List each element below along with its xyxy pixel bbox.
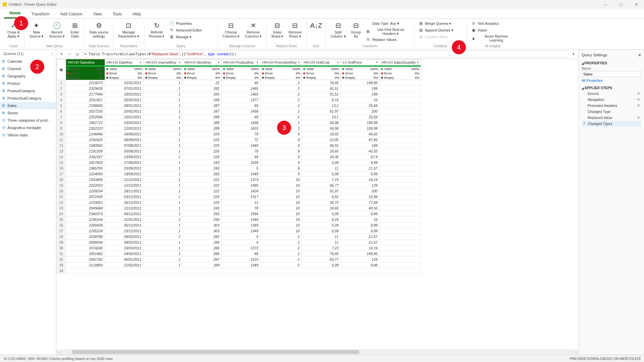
cell[interactable]: 12,99 [341,194,380,200]
column-header-promotionkey[interactable]: ABC123PromotionKey▼Valid100%Error0%Empty… [261,59,302,80]
cell[interactable]: 10 [261,223,302,228]
cell[interactable]: 76,45 [302,251,341,257]
cell[interactable]: 4 [222,240,261,245]
row-number[interactable]: 7 [57,114,66,120]
table-row[interactable]: 14234216713/09/2011122694934,3667,4 [57,154,421,160]
row-number[interactable]: 5 [57,103,66,109]
table-row[interactable]: 15202782017/09/20111243163495,099,99 [57,160,421,166]
tab-transform[interactable]: Transform [26,10,55,18]
cell[interactable]: 283 [183,92,222,97]
row-number[interactable]: 4 [57,97,66,103]
cell[interactable]: 20/02/2011 [105,109,144,114]
table-row[interactable]: 1211827315/01/201112246276,45149,95 [57,80,421,86]
ribbon-append-queries-[interactable]: ⊞Append Queries ▾ [417,27,464,34]
cell[interactable] [380,245,421,251]
applied-step-navigation[interactable]: Navigation⚙ [582,97,641,103]
column-dropdown-icon[interactable]: ▼ [217,61,220,64]
table-row[interactable]: 17222400019/09/20111250134995,099,99 [57,171,421,177]
cell[interactable]: 2224000 [66,171,105,177]
cell[interactable]: 286 [183,245,222,251]
applied-step-replaced-value[interactable]: Replaced Value⚙ [582,115,641,121]
cell[interactable]: 5,09 [302,228,341,234]
cell[interactable]: 225 [183,137,222,143]
cell[interactable]: 1933406 [66,177,105,183]
cell[interactable]: 9,99 [341,262,380,268]
cell[interactable]: 46 [222,251,261,257]
ribbon-refresh-preview-[interactable]: ↻RefreshPreview ▾ [147,20,166,44]
cell[interactable]: 1 [144,92,183,97]
query-item-stores[interactable]: Stores [0,109,56,117]
cell[interactable] [380,188,421,194]
row-number[interactable]: 33 [57,262,66,268]
cell[interactable]: 8,16 [302,217,341,223]
tab-tools[interactable]: Tools [107,10,127,18]
cell[interactable]: 08/09/2011 [105,137,144,143]
cell[interactable]: 1373 [222,245,261,251]
cell[interactable]: 91,97 [302,109,341,114]
cell[interactable]: 250 [183,217,222,223]
table-row[interactable]: 10214644624/09/2011122479918,6540,55 [57,131,421,137]
cell[interactable]: 94 [222,154,261,160]
close-settings-button[interactable]: ✕ [638,53,641,58]
query-item-three-categories-of-products-ar-[interactable]: Three categories of products ar... [0,117,56,124]
cell[interactable]: 17/09/2011 [105,160,144,166]
cell[interactable] [380,126,421,131]
row-number[interactable]: 30 [57,245,66,251]
cell[interactable]: 10 [261,217,302,223]
cell[interactable]: 109,99 [341,126,380,131]
row-number[interactable]: 22 [57,200,66,205]
row-number[interactable]: 21 [57,194,66,200]
cell[interactable]: 67,4 [341,154,380,160]
cell[interactable]: 91,51 [302,92,341,97]
cell[interactable]: 1 [144,80,183,86]
ribbon-choose-columns-[interactable]: ⊟ChooseColumns ▾ [220,20,241,44]
row-number[interactable]: 19 [57,183,66,188]
row-number[interactable]: 3 [57,92,66,97]
applied-step-changed-type1[interactable]: Changed Type1 [582,121,641,127]
cell[interactable] [380,228,421,234]
cell[interactable] [380,171,421,177]
row-number[interactable]: 6 [57,109,66,114]
cell[interactable]: 46 [222,80,261,86]
cell[interactable]: 25,69 [341,103,380,109]
ribbon-properties[interactable]: 📄Properties [168,20,215,27]
cell[interactable]: 11 [302,234,341,240]
cell[interactable]: 225 [183,194,222,200]
cell[interactable]: 289 [183,126,222,131]
cell[interactable]: 2 [261,114,302,120]
cell[interactable]: 225 [183,143,222,148]
cell[interactable]: 226 [183,200,222,205]
cell[interactable]: 1349 [222,262,261,268]
cell[interactable]: 47,95 [341,137,380,143]
properties-section-label[interactable]: PROPERTIES [582,59,641,66]
cell[interactable] [380,80,421,86]
cell[interactable]: 200 [341,188,380,194]
cell[interactable]: 21,57 [341,166,380,171]
column-header-storekey[interactable]: ABC123StoreKey▼Valid100%Error0%Empty0% [183,59,222,80]
cell[interactable] [380,143,421,148]
cell[interactable]: 18,65 [302,148,341,154]
cell[interactable]: 40,55 [341,131,380,137]
cell[interactable] [380,183,421,188]
cell[interactable]: 2 [261,80,302,86]
table-row[interactable]: 2232943507/01/201112821465291,51199 [57,86,421,92]
cell[interactable]: 10 [261,188,302,194]
table-row[interactable]: 25219516431/01/201112501344108,1616 [57,217,421,223]
cell[interactable]: 243 [183,166,222,171]
corner-cell[interactable]: ⊞ [57,59,66,80]
cell[interactable]: 2118859 [66,262,105,268]
ribbon-split-column-[interactable]: ⊟SplitColumn ▾ [328,20,347,44]
cell[interactable]: 65,77 [302,257,341,262]
row-number[interactable]: 13 [57,148,66,154]
cell[interactable]: 2 [261,126,302,131]
cell[interactable]: 69 [222,114,261,120]
cell[interactable]: 10 [261,177,302,183]
cell[interactable]: 10 [261,228,302,234]
table-row[interactable]: 33211885921/02/20111289134925,099,99 [57,262,421,268]
cell[interactable]: 1349 [222,228,261,234]
ribbon-enter-data[interactable]: ⊞EnterData [68,20,82,44]
cell[interactable]: 1 [144,251,183,257]
cell[interactable] [380,131,421,137]
cell[interactable]: 2072435 [66,194,105,200]
column-header-datekey[interactable]: ABC123DateKey▼Valid100%Error0%Empty0% [105,59,144,80]
